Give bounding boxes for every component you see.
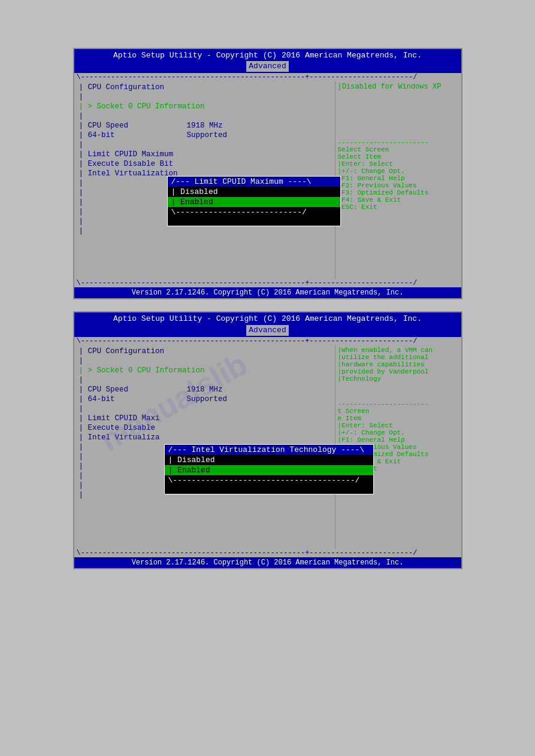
- header-title-2: Aptio Setup Utility - Copyright (C) 2016…: [113, 314, 422, 323]
- right-f3-1: |F3: Optimized Defaults: [338, 189, 459, 196]
- limit-cpuid-dropdown[interactable]: /--- Limit CPUID Maximum ----\ | Disable…: [167, 176, 341, 226]
- top-divider-1: \---------------------------------------…: [74, 73, 461, 81]
- right-vmm-4: |provided by Vanderpool: [338, 368, 459, 375]
- dropdown-item-enabled-1[interactable]: | Enabled: [168, 197, 340, 207]
- dropdown-item-enabled-2[interactable]: | Enabled: [165, 465, 373, 475]
- right-plusminus-2: |+/-: Change Opt.: [338, 429, 459, 436]
- right-vmm-2: |utilize the additional: [338, 354, 459, 361]
- footer-text-2: Version 2.17.1246. Copyright (C) 2016 Am…: [132, 558, 404, 567]
- bios-screen-1: Aptio Setup Utility - Copyright (C) 2016…: [73, 48, 463, 299]
- bios-footer-1: Version 2.17.1246. Copyright (C) 2016 Am…: [74, 287, 461, 298]
- top-divider-2: \---------------------------------------…: [74, 337, 461, 345]
- spacer-1: |: [77, 92, 333, 102]
- right-f2-1: |F2: Previous Values: [338, 182, 459, 189]
- right-nav-2a: t Screen: [338, 408, 459, 415]
- right-f1-2: |F1: General Help: [338, 436, 459, 444]
- bios-header-2: Aptio Setup Utility - Copyright (C) 2016…: [74, 312, 461, 336]
- spacer-9: |: [77, 226, 333, 236]
- right-vmm-3: |hardware capabilities: [338, 361, 459, 368]
- intel-virt-dropdown[interactable]: /--- Intel Virtualization Technology ---…: [164, 444, 374, 494]
- right-panel-1: |Disabled for Windows XP ---------------…: [335, 81, 461, 279]
- right-vmm-1: |When enabled, a VMM can: [338, 347, 459, 354]
- right-enter-1: |Enter: Select: [338, 160, 459, 168]
- cpu-64bit-row: | 64-bit Supported: [77, 130, 333, 140]
- dropdown-bar-2: [165, 485, 373, 494]
- execute-disable-item[interactable]: | Execute Disable Bit: [77, 159, 333, 169]
- limit-cpuid-item[interactable]: | Limit CPUID Maximum: [77, 150, 333, 159]
- spacer-3: |: [77, 140, 333, 150]
- intel-virt-item-2[interactable]: | Intel Virtualiza: [77, 433, 333, 442]
- right-nav-1b: Select Item: [338, 153, 459, 160]
- cpu-speed-row-2: | CPU Speed 1918 MHz: [77, 385, 333, 394]
- spacer2-1: |: [77, 356, 333, 366]
- cpu-64bit-row-2: | 64-bit Supported: [77, 394, 333, 404]
- right-sep-2: -----------------------: [338, 400, 459, 408]
- right-plusminus-1: |+/-: Change Opt.: [338, 168, 459, 175]
- right-f1-1: |F1: General Help: [338, 175, 459, 182]
- dropdown-bottom-line-2: \---------------------------------------…: [165, 475, 373, 485]
- bios-header-1: Aptio Setup Utility - Copyright (C) 2016…: [74, 49, 461, 73]
- dropdown-item-disabled-2[interactable]: | Disabled: [165, 455, 373, 465]
- dropdown-bar-1: [168, 217, 340, 226]
- bios-screen-2: manualslib Aptio Setup Utility - Copyrig…: [73, 311, 463, 569]
- bottom-divider-2: \---------------------------------------…: [74, 549, 461, 557]
- right-nav-2b: e Item: [338, 415, 459, 422]
- bios-body-1: | CPU Configuration | | > Socket 0 CPU I…: [74, 81, 461, 279]
- active-tab-1[interactable]: Advanced: [246, 61, 288, 72]
- right-vmm-5: |Technology: [338, 375, 459, 382]
- right-help-text-1: |Disabled for Windows XP: [338, 83, 459, 91]
- right-esc-1: |ESC: Exit: [338, 204, 459, 211]
- bios-body-2: | CPU Configuration | | > Socket 0 CPU I…: [74, 345, 461, 549]
- right-nav-1a: Select Screen: [338, 146, 459, 153]
- dropdown-title-2: /--- Intel Virtualization Technology ---…: [165, 445, 373, 455]
- spacer2-2: |: [77, 375, 333, 385]
- footer-text-1: Version 2.17.1246. Copyright (C) 2016 Am…: [132, 289, 404, 297]
- bios-footer-2: Version 2.17.1246. Copyright (C) 2016 Am…: [74, 557, 461, 568]
- socket-info-item[interactable]: | > Socket 0 CPU Information: [77, 102, 333, 111]
- right-enter-2: |Enter: Select: [338, 422, 459, 429]
- limit-cpuid-item-2[interactable]: | Limit CPUID Maxi: [77, 414, 333, 423]
- spacer-2: |: [77, 111, 333, 121]
- dropdown-bottom-line-1: \---------------------------/: [168, 207, 340, 217]
- cpu-speed-row: | CPU Speed 1918 MHz: [77, 121, 333, 130]
- right-select-screen-1: -----------------------: [338, 139, 459, 146]
- header-title-1: Aptio Setup Utility - Copyright (C) 2016…: [113, 51, 422, 60]
- cpu-config-label: | CPU Configuration: [77, 83, 333, 92]
- bottom-divider-1: \---------------------------------------…: [74, 279, 461, 287]
- dropdown-item-disabled-1[interactable]: | Disabled: [168, 187, 340, 197]
- right-f4-1: |F4: Save & Exit: [338, 196, 459, 204]
- execute-disable-item-2[interactable]: | Execute Disable: [77, 423, 333, 433]
- active-tab-2[interactable]: Advanced: [246, 325, 288, 336]
- dropdown-title-1: /--- Limit CPUID Maximum ----\: [168, 177, 340, 187]
- spacer2-3: |: [77, 404, 333, 414]
- cpu-config-label-2: | CPU Configuration: [77, 347, 333, 356]
- socket-info-item-2[interactable]: | > Socket 0 CPU Information: [77, 366, 333, 375]
